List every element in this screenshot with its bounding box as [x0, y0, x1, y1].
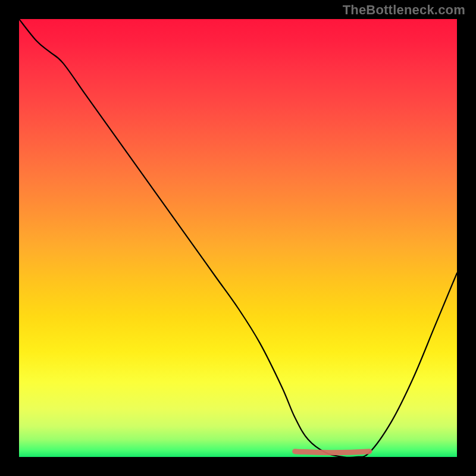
chart-curve	[19, 19, 457, 457]
watermark: TheBottleneck.com	[343, 2, 465, 18]
chart-container: TheBottleneck.com	[0, 0, 476, 476]
plot-area	[19, 19, 457, 457]
